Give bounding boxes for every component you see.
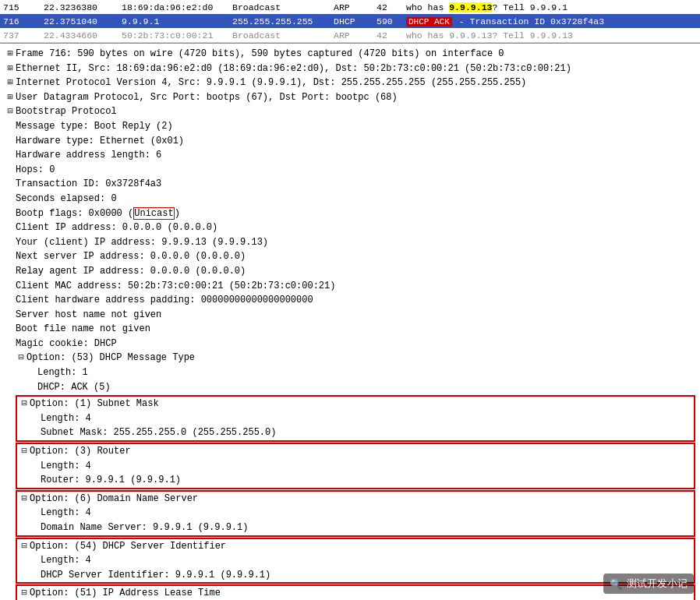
option-53-length-text: Length: 1: [37, 365, 695, 380]
field-secs: Seconds elapsed: 0: [16, 192, 695, 206]
bootstrap-line[interactable]: ⊟ Bootstrap Protocol: [5, 104, 695, 119]
option-54-fields: Length: 4 DHCP Server Identifier: 9.9.9.…: [19, 553, 692, 582]
field-hw-type: Hardware type: Ethernet (0x01): [16, 134, 695, 149]
ip-line[interactable]: ⊞ Internet Protocol Version 4, Src: 9.9.…: [5, 76, 695, 90]
field-siaddr-text: Next server IP address: 0.0.0.0 (0.0.0.0…: [16, 249, 695, 264]
option-3-value: Router: 9.9.9.1 (9.9.9.1): [41, 473, 692, 488]
field-txid-text: Transaction ID: 0x3728f4a3: [16, 177, 695, 192]
ip-text: Internet Protocol Version 4, Src: 9.9.9.…: [16, 76, 695, 90]
option-6-group: ⊟ Option: (6) Domain Name Server Length:…: [16, 490, 695, 537]
field-ciaddr: Client IP address: 0.0.0.0 (0.0.0.0): [16, 221, 695, 235]
field-chaddr: Client MAC address: 50:2b:73:c0:00:21 (5…: [16, 279, 695, 294]
col-len-716: 590: [377, 16, 406, 26]
option-53-fields: Length: 1 DHCP: ACK (5): [16, 365, 695, 394]
col-len-717: 42: [377, 30, 406, 41]
badge-dhcp: DHCP ACK: [406, 17, 452, 26]
field-file: Boot file name not given: [16, 322, 695, 337]
ethernet-line[interactable]: ⊞ Ethernet II, Src: 18:69:da:96:e2:d0 (1…: [5, 62, 695, 76]
option-1-expand[interactable]: ⊟: [19, 397, 30, 411]
option-1-text: Option: (1) Subnet Mask: [30, 397, 692, 411]
option-6-length-text: Length: 4: [41, 506, 692, 521]
col-time-715: 22.3236380: [44, 2, 122, 12]
col-info-717: who has 9.9.9.13? Tell 9.9.9.13: [406, 30, 697, 41]
detail-pane: ⊞ Frame 716: 590 bytes on wire (4720 bit…: [0, 43, 700, 600]
watermark-icon: 🔍: [610, 578, 622, 590]
col-time-717: 22.4334660: [44, 30, 122, 41]
ethernet-expand-icon[interactable]: ⊞: [5, 62, 16, 76]
option-6-length: Length: 4: [41, 506, 692, 521]
field-cookie: Magic cookie: DHCP: [16, 337, 695, 351]
bootstrap-expand-icon[interactable]: ⊟: [5, 104, 16, 119]
watermark-text: 测试开发小记: [627, 577, 688, 591]
packet-row-717[interactable]: 737 22.4334660 50:2b:73:c0:00:21 Broadca…: [0, 28, 700, 42]
option-51-group: ⊟ Option: (51) IP Address Lease Time Len…: [16, 584, 695, 600]
field-giaddr: Relay agent IP address: 0.0.0.0 (0.0.0.0…: [16, 264, 695, 279]
highlight-715: 9.9.9.13: [449, 2, 492, 12]
option-54-expand[interactable]: ⊟: [19, 539, 30, 554]
packet-row-716[interactable]: 716 22.3751040 9.9.9.1 255.255.255.255 D…: [0, 14, 700, 28]
option-54-length: Length: 4: [41, 553, 692, 568]
bootstrap-text: Bootstrap Protocol: [16, 104, 695, 119]
option-3-fields: Length: 4 Router: 9.9.9.1 (9.9.9.1): [19, 459, 692, 488]
field-secs-text: Seconds elapsed: 0: [16, 192, 695, 206]
udp-line[interactable]: ⊞ User Datagram Protocol, Src Port: boot…: [5, 90, 695, 105]
field-hops: Hops: 0: [16, 163, 695, 178]
field-hw-addr-len: Hardware address length: 6: [16, 148, 695, 163]
option-6-value: Domain Name Server: 9.9.9.1 (9.9.9.1): [41, 521, 692, 535]
option-53-expand[interactable]: ⊟: [16, 351, 27, 365]
option-1-value-text: Subnet Mask: 255.255.255.0 (255.255.255.…: [41, 425, 692, 440]
option-3-header[interactable]: ⊟ Option: (3) Router: [19, 444, 692, 459]
option-1-header[interactable]: ⊟ Option: (1) Subnet Mask: [19, 397, 692, 411]
col-dst-717: Broadcast: [232, 30, 334, 41]
option-3-length-text: Length: 4: [41, 459, 692, 474]
field-sname: Server host name not given: [16, 308, 695, 323]
col-proto-715: ARP: [334, 2, 377, 12]
option-53-group: ⊟ Option: (53) DHCP Message Type Length:…: [16, 351, 695, 394]
field-file-text: Boot file name not given: [16, 322, 695, 337]
packet-list: 715 22.3236380 18:69:da:96:e2:d0 Broadca…: [0, 0, 700, 43]
field-hw-type-text: Hardware type: Ethernet (0x01): [16, 134, 695, 149]
col-src-717: 50:2b:73:c0:00:21: [122, 30, 232, 41]
option-51-expand[interactable]: ⊟: [19, 586, 30, 600]
col-no-716: 716: [3, 16, 44, 26]
option-53-text: Option: (53) DHCP Message Type: [27, 351, 695, 365]
option-54-header[interactable]: ⊟ Option: (54) DHCP Server Identifier: [19, 539, 692, 554]
field-sname-text: Server host name not given: [16, 308, 695, 323]
option-6-expand[interactable]: ⊟: [19, 492, 30, 506]
field-padding-text: Client hardware address padding: 0000000…: [16, 293, 695, 308]
field-bootp-flags-text: Bootp flags: 0x0000 (Unicast): [16, 206, 695, 221]
packet-row-715[interactable]: 715 22.3236380 18:69:da:96:e2:d0 Broadca…: [0, 0, 700, 14]
option-3-group: ⊟ Option: (3) Router Length: 4 Router: 9…: [16, 443, 695, 489]
option-53-length: Length: 1: [37, 365, 695, 380]
col-no-717: 737: [3, 30, 44, 41]
field-padding: Client hardware address padding: 0000000…: [16, 293, 695, 308]
option-3-expand[interactable]: ⊟: [19, 444, 30, 459]
col-proto-716: DHCP: [334, 16, 377, 26]
col-no-715: 715: [3, 2, 44, 12]
option-54-value: DHCP Server Identifier: 9.9.9.1 (9.9.9.1…: [41, 568, 692, 583]
option-53-value-text: DHCP: ACK (5): [37, 380, 695, 395]
option-54-length-text: Length: 4: [41, 553, 692, 568]
option-6-header[interactable]: ⊟ Option: (6) Domain Name Server: [19, 492, 692, 506]
field-hops-text: Hops: 0: [16, 163, 695, 178]
field-ciaddr-text: Client IP address: 0.0.0.0 (0.0.0.0): [16, 221, 695, 235]
frame-expand-icon[interactable]: ⊞: [5, 47, 16, 62]
watermark: 🔍 测试开发小记: [603, 574, 694, 594]
frame-line[interactable]: ⊞ Frame 716: 590 bytes on wire (4720 bit…: [5, 47, 695, 62]
ip-expand-icon[interactable]: ⊞: [5, 76, 16, 90]
main-container: 715 22.3236380 18:69:da:96:e2:d0 Broadca…: [0, 0, 700, 600]
col-info-716: DHCP ACK - Transaction ID 0x3728f4a3: [406, 16, 697, 26]
field-giaddr-text: Relay agent IP address: 0.0.0.0 (0.0.0.0…: [16, 264, 695, 279]
option-53-header[interactable]: ⊟ Option: (53) DHCP Message Type: [16, 351, 695, 365]
option-51-header[interactable]: ⊟ Option: (51) IP Address Lease Time: [19, 586, 692, 600]
field-bootp-flags: Bootp flags: 0x0000 (Unicast): [16, 206, 695, 221]
udp-expand-icon[interactable]: ⊞: [5, 90, 16, 105]
option-3-length: Length: 4: [41, 459, 692, 474]
col-dst-716: 255.255.255.255: [232, 16, 334, 26]
field-msg-type: Message type: Boot Reply (2): [16, 119, 695, 134]
udp-text: User Datagram Protocol, Src Port: bootps…: [16, 90, 695, 105]
field-msg-type-text: Message type: Boot Reply (2): [16, 119, 695, 134]
col-proto-717: ARP: [334, 30, 377, 41]
option-1-length-text: Length: 4: [41, 411, 692, 426]
option-54-value-text: DHCP Server Identifier: 9.9.9.1 (9.9.9.1…: [41, 568, 692, 583]
